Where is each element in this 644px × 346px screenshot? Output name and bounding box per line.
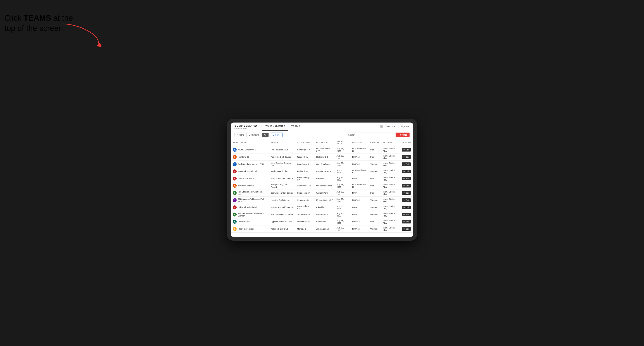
- cell-gender: Women: [369, 225, 382, 232]
- tablet-screen: SCOREBOARD Powered by clippt TOURNAMENTS…: [231, 123, 413, 237]
- cell-venue: StoneCrest Golf Course: [269, 175, 295, 182]
- cell-venue: Edmundson Golf Course: [269, 211, 295, 218]
- edit-label: Edit: [406, 221, 409, 223]
- table-row: 2023 Women's Hesston Fall Kickoff Hessto…: [231, 196, 413, 204]
- cell-event-name: Klash at Kokopelli: [231, 225, 269, 232]
- team-icon: [233, 220, 237, 224]
- event-name-text: Morris Invitational: [238, 184, 254, 187]
- cell-event-name: Highland 36: [231, 153, 269, 161]
- cell-scoring: team, Stroke Play: [381, 161, 400, 168]
- event-name-text: 2023 Women's Hesston Fall Kickoff: [238, 198, 267, 202]
- cell-actions: ✏ Edit: [400, 182, 413, 189]
- col-division: DIVISION: [350, 139, 368, 146]
- tab-teams[interactable]: TEAMS: [288, 123, 303, 131]
- edit-button[interactable]: ✏ Edit: [402, 170, 411, 173]
- cell-actions: ✏ Edit: [400, 211, 413, 218]
- cell-venue: Edmundson Golf Course: [269, 189, 295, 196]
- team-icon: [233, 176, 237, 180]
- cell-gender: Women: [369, 161, 382, 168]
- cell-actions: ✏ Edit: [400, 189, 413, 196]
- cell-venue: Cypress Hills Golf Club: [269, 218, 295, 225]
- edit-button[interactable]: ✏ Edit: [402, 213, 411, 216]
- edit-button[interactable]: ✏ Edit: [402, 177, 411, 180]
- cell-actions: ✏ Edit: [400, 225, 413, 232]
- filter-all[interactable]: All: [262, 133, 268, 137]
- sign-out-link[interactable]: Sign out: [401, 125, 410, 128]
- cell-event-name: Fall Statesmen Invitational - Women: [231, 211, 269, 218]
- edit-button[interactable]: ✏ Edit: [402, 148, 411, 152]
- cell-hosted-by: Pikeville: [314, 175, 335, 182]
- search-input[interactable]: [346, 133, 394, 137]
- cell-venue: Kokopelli Golf Club: [269, 225, 295, 232]
- edit-label: Edit: [406, 156, 409, 158]
- edit-button[interactable]: ✏ Edit: [402, 191, 411, 195]
- cell-division: NCAA Division II: [350, 168, 368, 175]
- cell-gender: Women: [369, 196, 382, 204]
- svg-point-3: [234, 164, 235, 165]
- table-row: Maverick Invitational Faribault Golf Clu…: [231, 168, 413, 175]
- cell-venue: Faribault Golf Club: [269, 168, 295, 175]
- cell-start-date: Aug 28, 2023: [335, 168, 350, 175]
- event-name-text: Fall Statesmen Invitational - Men: [238, 190, 267, 195]
- cell-hosted-by: Carl Sandburg: [314, 161, 335, 168]
- edit-button[interactable]: ✏ Edit: [402, 227, 411, 231]
- cell-gender: Men: [369, 146, 382, 153]
- cell-event-name: Maverick Invitational: [231, 168, 269, 175]
- edit-icon: ✏: [404, 185, 405, 187]
- filter-competing[interactable]: Competing: [247, 133, 262, 137]
- cell-scoring: team, Stroke Play: [381, 218, 400, 225]
- settings-icon[interactable]: ⚙: [380, 125, 383, 128]
- edit-button[interactable]: ✏ Edit: [402, 220, 411, 223]
- cell-hosted-by: William Penn: [314, 211, 335, 218]
- filter-button[interactable]: ☰ Filter: [270, 133, 282, 137]
- edit-button[interactable]: ✏ Edit: [402, 198, 411, 202]
- edit-button[interactable]: ✏ Edit: [402, 184, 411, 187]
- create-button[interactable]: + Create: [396, 133, 410, 137]
- cell-venue: Lake Bracken Country Club: [269, 161, 295, 168]
- filter-btn-group: Hosting Competing All: [234, 133, 269, 137]
- edit-button[interactable]: ✏ Edit: [402, 163, 411, 166]
- cell-start-date: Aug 24, 2023: [335, 146, 350, 153]
- cell-start-date: Aug 28, 2023: [335, 218, 350, 225]
- table-row: upike fall invitational StoneCrest Golf …: [231, 204, 413, 211]
- edit-icon: ✏: [404, 206, 405, 208]
- tablet-frame: SCOREBOARD Powered by clippt TOURNAMENTS…: [227, 119, 417, 241]
- svg-point-10: [234, 214, 235, 215]
- cell-city-state: Oskaloosa, IA: [295, 189, 314, 196]
- table-row: Morris Invitational Ruttger's Bay Lake R…: [231, 182, 413, 189]
- table-row: UPIKE Fall Invite StoneCrest Golf Course…: [231, 175, 413, 182]
- edit-icon: ✏: [404, 170, 405, 173]
- edit-icon: ✏: [404, 228, 405, 230]
- edit-button[interactable]: ✏ Edit: [402, 155, 411, 159]
- team-icon: [233, 198, 237, 202]
- cell-actions: ✏ Edit: [400, 218, 413, 225]
- team-icon: [233, 170, 237, 173]
- cell-gender: Men: [369, 175, 382, 182]
- event-name-text: Klash at Kokopelli: [238, 228, 254, 230]
- cell-division: NCAA Division III: [350, 182, 368, 189]
- cell-city-state: Hesston, KS: [295, 196, 314, 204]
- event-name-text: Fall Statesmen Invitational - Women: [238, 212, 267, 217]
- event-name-text: Carl Sandburg Women FA23: [238, 163, 264, 165]
- table-row: Carl Sandburg Women FA23 Lake Bracken Co…: [231, 161, 413, 168]
- tab-tournaments[interactable]: TOURNAMENTS: [262, 123, 288, 131]
- cell-venue: Park Hills Golf Course: [269, 153, 295, 161]
- cell-actions: ✏ Edit: [400, 168, 413, 175]
- table-row: Klash at Kokopelli Kokopelli Golf Club M…: [231, 225, 413, 232]
- table-row: MSMC Qualifying 1 The Powelton Club Newb…: [231, 146, 413, 153]
- cell-gender: Women: [369, 168, 382, 175]
- event-name-text: upike fall invitational: [238, 206, 256, 208]
- filter-hosting[interactable]: Hosting: [235, 133, 247, 137]
- edit-label: Edit: [406, 206, 409, 208]
- cell-scoring: team, Stroke Play: [381, 146, 400, 153]
- cell-city-state: Faribault, MN: [295, 168, 314, 175]
- edit-icon: ✏: [404, 199, 405, 201]
- navbar: SCOREBOARD Powered by clippt TOURNAMENTS…: [231, 123, 413, 131]
- cell-start-date: Aug 28, 2023: [335, 204, 350, 211]
- svg-point-4: [234, 171, 235, 172]
- edit-button[interactable]: ✏ Edit: [402, 206, 411, 209]
- col-scoring: SCORING: [381, 139, 400, 146]
- cell-event-name: Carl Sandburg Women FA23: [231, 161, 269, 168]
- col-city-state: CITY, STATE: [295, 139, 314, 146]
- cell-hosted-by: William Penn: [314, 189, 335, 196]
